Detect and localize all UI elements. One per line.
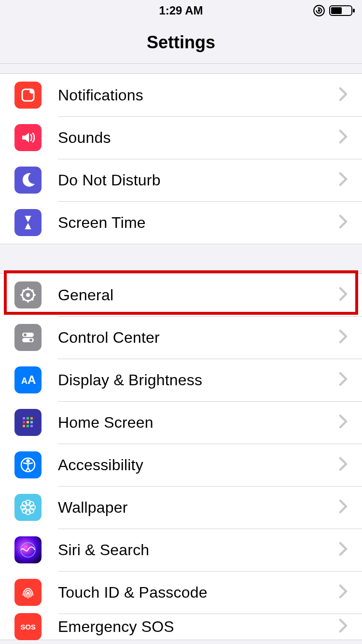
settings-row-notifications[interactable]: Notifications <box>0 74 362 116</box>
settings-row-homescreen[interactable]: Home Screen <box>0 401 362 444</box>
svg-point-21 <box>29 339 32 342</box>
row-label: Emergency SOS <box>58 618 339 636</box>
svg-rect-5 <box>353 9 355 13</box>
touchid-icon <box>14 579 42 606</box>
status-icons <box>313 0 355 21</box>
wallpaper-icon <box>14 494 42 521</box>
chevron-right-icon <box>339 129 348 146</box>
settings-row-accessibility[interactable]: Accessibility <box>0 444 362 486</box>
row-label: Accessibility <box>58 456 339 474</box>
row-label: General <box>58 286 339 304</box>
svg-text:A: A <box>21 376 28 386</box>
svg-text:A: A <box>28 373 36 386</box>
settings-row-controlcenter[interactable]: Control Center <box>0 316 362 359</box>
svg-point-9 <box>26 293 30 297</box>
row-label: Display & Brightness <box>58 371 339 389</box>
svg-point-7 <box>29 89 34 94</box>
settings-row-display[interactable]: AA Display & Brightness <box>0 359 362 401</box>
chevron-right-icon <box>339 372 348 388</box>
settings-row-sos[interactable]: SOS Emergency SOS <box>0 614 362 640</box>
row-label: Notifications <box>58 86 339 104</box>
svg-rect-29 <box>30 421 33 423</box>
svg-point-19 <box>24 334 27 336</box>
chevron-right-icon <box>339 329 348 346</box>
svg-point-34 <box>27 460 29 462</box>
svg-rect-28 <box>27 421 29 423</box>
row-label: Do Not Disturb <box>58 171 339 189</box>
svg-rect-32 <box>30 425 33 427</box>
settings-section-1: Notifications Sounds Do Not Disturb Scre… <box>0 73 362 244</box>
chevron-right-icon <box>339 214 348 231</box>
rotation-lock-icon <box>313 4 325 17</box>
row-label: Screen Time <box>58 214 339 232</box>
svg-rect-31 <box>27 425 29 427</box>
svg-rect-4 <box>331 7 342 14</box>
row-label: Siri & Search <box>58 541 339 559</box>
section-gap <box>0 64 362 73</box>
sounds-icon <box>14 124 42 151</box>
chevron-right-icon <box>339 618 348 635</box>
chevron-right-icon <box>339 172 348 188</box>
svg-rect-26 <box>30 417 33 420</box>
chevron-right-icon <box>339 287 348 303</box>
chevron-right-icon <box>339 542 348 558</box>
homescreen-icon <box>14 409 42 436</box>
status-time: 1:29 AM <box>159 4 203 17</box>
controlcenter-icon <box>14 324 42 351</box>
chevron-right-icon <box>339 584 348 601</box>
svg-rect-24 <box>23 417 25 420</box>
chevron-right-icon <box>339 457 348 473</box>
page-title: Settings <box>147 32 215 53</box>
sos-icon: SOS <box>14 613 42 640</box>
chevron-right-icon <box>339 414 348 431</box>
svg-rect-30 <box>23 425 25 427</box>
section-gap <box>0 244 362 273</box>
settings-row-sounds[interactable]: Sounds <box>0 116 362 159</box>
row-label: Touch ID & Passcode <box>58 584 339 602</box>
general-icon <box>14 281 42 308</box>
row-label: Home Screen <box>58 414 339 432</box>
siri-icon <box>14 536 42 563</box>
settings-section-2: General Control Center AA Display & Brig… <box>0 273 362 640</box>
dnd-icon <box>14 167 42 194</box>
display-icon: AA <box>14 366 42 393</box>
settings-row-screentime[interactable]: Screen Time <box>0 201 362 244</box>
row-label: Sounds <box>58 129 339 147</box>
svg-rect-25 <box>27 417 29 420</box>
settings-row-dnd[interactable]: Do Not Disturb <box>0 159 362 201</box>
screentime-icon <box>14 209 42 236</box>
svg-rect-27 <box>23 421 25 423</box>
settings-row-siri[interactable]: Siri & Search <box>0 529 362 571</box>
settings-row-touchid[interactable]: Touch ID & Passcode <box>0 571 362 614</box>
accessibility-icon <box>14 451 42 478</box>
svg-text:SOS: SOS <box>20 623 36 631</box>
settings-row-wallpaper[interactable]: Wallpaper <box>0 486 362 529</box>
row-label: Control Center <box>58 329 339 347</box>
row-label: Wallpaper <box>58 499 339 517</box>
battery-icon <box>329 4 355 17</box>
nav-bar: Settings <box>0 21 362 64</box>
status-bar: 1:29 AM <box>0 0 362 21</box>
chevron-right-icon <box>339 87 348 103</box>
notifications-icon <box>14 82 42 109</box>
chevron-right-icon <box>339 499 348 516</box>
settings-row-general[interactable]: General <box>0 274 362 316</box>
